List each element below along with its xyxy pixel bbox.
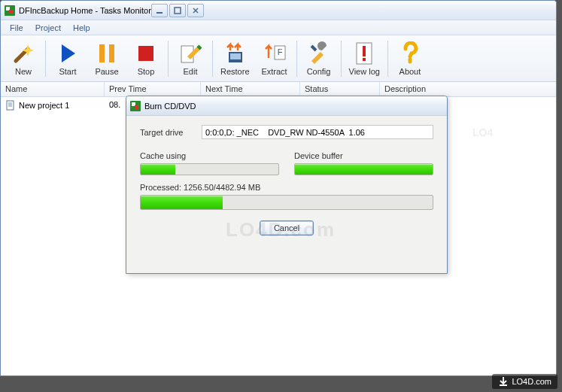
config-label: Config <box>307 67 331 76</box>
watermark-badge: LO4D.com <box>492 374 557 389</box>
cache-progress-fill <box>141 164 175 175</box>
svg-rect-5 <box>99 44 105 62</box>
document-icon <box>5 100 16 111</box>
toolbar-separator <box>168 41 169 77</box>
toolbar-separator <box>212 41 213 77</box>
main-title: DFIncBackup Home - Tasks Monitor <box>19 6 151 15</box>
app-icon <box>129 100 141 112</box>
target-drive-input[interactable] <box>202 125 433 139</box>
restore-icon <box>223 41 247 65</box>
edit-icon <box>178 41 202 65</box>
svg-rect-15 <box>363 58 366 61</box>
toolbar: New Start Pause Stop Edit Restore F Extr… <box>1 35 556 82</box>
wand-icon <box>11 41 35 65</box>
processed-progress <box>140 195 433 210</box>
about-button[interactable]: About <box>390 38 430 80</box>
column-headers: Name Prev Time Next Time Status Descript… <box>1 82 556 97</box>
cache-label: Cache using <box>140 151 279 160</box>
toolbar-separator <box>296 41 297 77</box>
col-prev[interactable]: Prev Time <box>105 82 201 96</box>
restore-button[interactable]: Restore <box>215 38 255 80</box>
extract-label: Extract <box>261 67 287 76</box>
app-icon <box>4 5 16 17</box>
dialog-title: Burn CD/DVD <box>144 102 196 111</box>
log-icon <box>352 41 376 65</box>
viewlog-button[interactable]: View log <box>344 38 385 80</box>
viewlog-label: View log <box>349 67 380 76</box>
watermark-text: LO4D.com <box>512 377 551 386</box>
cancel-button[interactable]: Cancel <box>260 220 314 236</box>
col-desc[interactable]: Description <box>380 82 515 96</box>
pause-icon <box>95 41 119 65</box>
new-label: New <box>15 67 32 76</box>
svg-rect-14 <box>363 46 366 56</box>
svg-text:F: F <box>277 47 282 56</box>
svg-rect-6 <box>109 44 114 62</box>
start-button[interactable]: Start <box>48 38 87 80</box>
stop-button[interactable]: Stop <box>126 38 166 80</box>
col-name[interactable]: Name <box>1 82 105 96</box>
menu-help[interactable]: Help <box>67 22 96 34</box>
edit-label: Edit <box>184 67 198 76</box>
edit-button[interactable]: Edit <box>171 38 210 80</box>
row-name: New project 1 <box>19 101 69 110</box>
tools-icon <box>307 41 331 65</box>
extract-button[interactable]: F Extract <box>255 38 294 80</box>
device-progress <box>294 163 433 175</box>
config-button[interactable]: Config <box>299 38 339 80</box>
play-icon <box>56 41 80 65</box>
pause-button[interactable]: Pause <box>87 38 126 80</box>
svg-rect-19 <box>135 105 138 109</box>
close-button[interactable] <box>187 4 204 17</box>
processed-label: Processed: 1256.50/4482.94 MB <box>140 183 433 192</box>
processed-progress-fill <box>141 196 223 209</box>
maximize-button[interactable] <box>169 4 186 17</box>
minimize-button[interactable] <box>151 4 168 17</box>
svg-rect-10 <box>230 53 241 59</box>
download-icon <box>498 376 509 387</box>
toolbar-separator <box>341 41 342 77</box>
menubar: File Project Help <box>1 20 556 35</box>
dialog-titlebar[interactable]: Burn CD/DVD <box>126 96 447 116</box>
svg-rect-16 <box>7 101 14 110</box>
svg-rect-3 <box>156 12 163 14</box>
burn-dialog: Burn CD/DVD Target drive Cache using Dev… <box>126 96 448 274</box>
col-next[interactable]: Next Time <box>201 82 300 96</box>
question-icon <box>398 41 422 65</box>
extract-icon: F <box>263 41 287 65</box>
col-status[interactable]: Status <box>300 82 380 96</box>
restore-label: Restore <box>220 67 250 76</box>
start-label: Start <box>59 67 76 76</box>
new-button[interactable]: New <box>4 38 43 80</box>
stop-label: Stop <box>138 67 155 76</box>
pause-label: Pause <box>95 67 118 76</box>
svg-rect-2 <box>9 10 13 14</box>
menu-file[interactable]: File <box>4 22 29 34</box>
svg-rect-4 <box>175 8 181 14</box>
target-drive-label: Target drive <box>140 128 194 137</box>
device-progress-fill <box>295 164 433 175</box>
stop-icon <box>134 41 158 65</box>
main-titlebar[interactable]: DFIncBackup Home - Tasks Monitor <box>1 1 556 20</box>
device-buffer-label: Device buffer <box>294 151 433 160</box>
toolbar-separator <box>387 41 388 77</box>
svg-rect-7 <box>138 46 153 61</box>
menu-project[interactable]: Project <box>29 22 67 34</box>
about-label: About <box>399 67 421 76</box>
cache-progress <box>140 163 279 175</box>
toolbar-separator <box>45 41 46 77</box>
